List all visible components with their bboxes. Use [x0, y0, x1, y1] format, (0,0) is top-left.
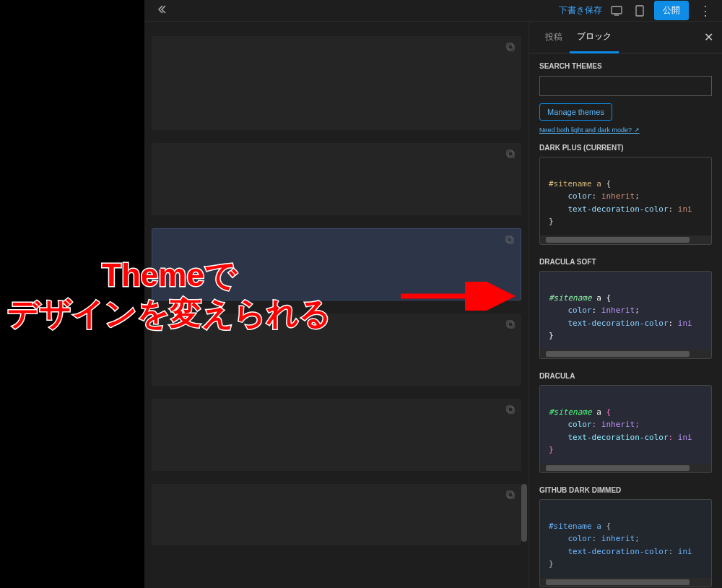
svg-rect-6	[508, 238, 513, 243]
copy-icon[interactable]	[505, 235, 515, 248]
tab-post[interactable]: 投稿	[538, 22, 570, 52]
theme-preview-dracula[interactable]: #sitename a { color: inherit; text-decor…	[539, 385, 712, 473]
code-block-selected[interactable]	[152, 228, 521, 301]
svg-rect-12	[508, 493, 514, 498]
code-block[interactable]	[152, 484, 521, 545]
copy-icon[interactable]	[505, 405, 516, 418]
editor-canvas[interactable]	[144, 22, 529, 588]
desktop-view-icon[interactable]	[608, 2, 625, 20]
main-area: 投稿 ブロック ✕ SEARCH THEMES Manage themes Ne…	[144, 22, 722, 588]
svg-rect-8	[508, 322, 514, 328]
theme-ghdark: GITHUB DARK DIMMED #sitename a { color: …	[539, 486, 712, 587]
svg-rect-1	[636, 6, 643, 16]
sidebar-tabs: 投稿 ブロック ✕	[529, 22, 722, 53]
theme-darkplus: DARK PLUS (CURRENT) #sitename a { color:…	[539, 144, 712, 245]
code-block[interactable]	[152, 36, 521, 130]
theme-preview-draculasoft[interactable]: #sitename a { color: inherit; text-decor…	[539, 271, 712, 359]
code-block[interactable]	[152, 314, 521, 386]
theme-label: DRACULA SOFT	[539, 258, 712, 266]
search-themes-label: SEARCH THEMES	[539, 62, 712, 70]
svg-rect-11	[507, 406, 513, 412]
svg-rect-4	[508, 152, 514, 157]
theme-label: DARK PLUS (CURRENT)	[539, 144, 712, 152]
copy-icon[interactable]	[505, 42, 516, 55]
code-block[interactable]	[152, 143, 521, 215]
theme-preview-ghdark[interactable]: #sitename a { color: inherit; text-decor…	[539, 499, 712, 587]
svg-rect-2	[508, 45, 514, 51]
theme-scrollbar[interactable]	[540, 350, 711, 358]
svg-rect-0	[612, 7, 622, 14]
theme-label: DRACULA	[539, 372, 712, 380]
tab-block[interactable]: ブロック	[570, 22, 619, 53]
theme-scrollbar[interactable]	[540, 464, 711, 472]
publish-button[interactable]: 公開	[654, 1, 689, 20]
search-themes-input[interactable]	[539, 76, 712, 96]
theme-draculasoft: DRACULA SOFT #sitename a { color: inheri…	[539, 258, 712, 359]
manage-themes-button[interactable]: Manage themes	[539, 103, 612, 121]
theme-label: GITHUB DARK DIMMED	[539, 486, 712, 494]
svg-rect-13	[507, 491, 513, 497]
svg-rect-5	[507, 150, 513, 156]
editor-app: 下書き保存 公開 ⋮	[144, 0, 722, 588]
more-options-button[interactable]: ⋮	[695, 3, 716, 19]
svg-rect-7	[506, 236, 512, 242]
theme-scrollbar[interactable]	[540, 578, 711, 587]
theme-dracula: DRACULA #sitename a { color: inherit; te…	[539, 372, 712, 473]
svg-rect-10	[508, 407, 514, 413]
collapse-sidebar-button[interactable]	[150, 1, 173, 21]
theme-scrollbar[interactable]	[540, 235, 711, 244]
sidebar-content: SEARCH THEMES Manage themes Need both li…	[529, 53, 722, 588]
copy-icon[interactable]	[505, 319, 516, 332]
save-draft-button[interactable]: 下書き保存	[559, 4, 602, 17]
tablet-view-icon[interactable]	[631, 2, 648, 20]
close-sidebar-button[interactable]: ✕	[704, 30, 713, 44]
copy-icon[interactable]	[505, 149, 516, 162]
copy-icon[interactable]	[505, 490, 516, 503]
settings-sidebar: 投稿 ブロック ✕ SEARCH THEMES Manage themes Ne…	[529, 22, 722, 588]
help-link[interactable]: Need both light and dark mode? ↗	[539, 126, 712, 134]
svg-rect-9	[507, 321, 513, 327]
topbar: 下書き保存 公開 ⋮	[144, 0, 722, 22]
svg-rect-3	[507, 43, 513, 49]
theme-preview-darkplus[interactable]: #sitename a { color: inherit; text-decor…	[539, 157, 712, 245]
code-block[interactable]	[152, 399, 521, 471]
editor-scrollbar[interactable]	[521, 484, 527, 542]
